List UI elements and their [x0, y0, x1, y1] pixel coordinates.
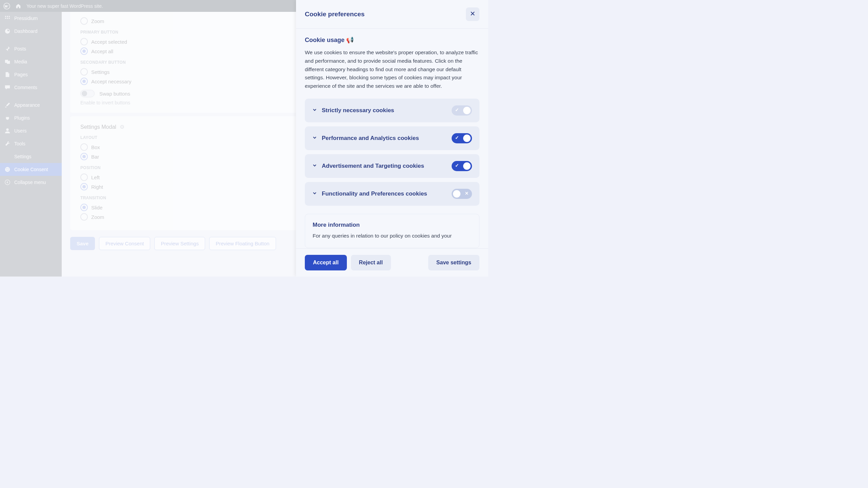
category-label: Advertisement and Targeting cookies: [322, 163, 452, 169]
close-button[interactable]: [466, 7, 479, 21]
category-toggle[interactable]: [452, 189, 472, 199]
save-settings-button[interactable]: Save settings: [428, 255, 479, 270]
chevron-down-icon: [312, 107, 317, 114]
cookie-panel-body: Cookie usage 📢 We use cookies to ensure …: [296, 29, 488, 248]
cookie-category-functionality[interactable]: Functionality and Preferences cookies: [305, 182, 479, 206]
chevron-down-icon: [312, 163, 317, 169]
category-label: Performance and Analytics cookies: [322, 135, 452, 142]
chevron-down-icon: [312, 135, 317, 141]
cookie-category-advertisement[interactable]: Advertisement and Targeting cookies: [305, 154, 479, 178]
more-info-text: For any queries in relation to our polic…: [313, 232, 472, 240]
cookie-usage-text: We use cookies to ensure the website's p…: [305, 48, 479, 90]
cookie-panel-footer: Accept all Reject all Save settings: [296, 248, 488, 277]
chevron-down-icon: [312, 191, 317, 197]
category-toggle-locked: [452, 105, 472, 116]
category-label: Strictly necessary cookies: [322, 107, 452, 114]
close-icon: [470, 11, 475, 18]
accept-all-button[interactable]: Accept all: [305, 255, 347, 270]
category-label: Functionality and Preferences cookies: [322, 190, 452, 197]
cookie-preferences-panel: Cookie preferences Cookie usage 📢 We use…: [296, 0, 488, 277]
more-information-box: More information For any queries in rela…: [305, 214, 479, 248]
category-toggle[interactable]: [452, 161, 472, 171]
cookie-panel-title: Cookie preferences: [305, 11, 364, 18]
more-info-title: More information: [313, 222, 472, 228]
cookie-category-performance[interactable]: Performance and Analytics cookies: [305, 126, 479, 150]
cookie-usage-title: Cookie usage 📢: [305, 36, 479, 44]
cookie-category-necessary[interactable]: Strictly necessary cookies: [305, 99, 479, 122]
cookie-panel-header: Cookie preferences: [296, 0, 488, 29]
reject-all-button[interactable]: Reject all: [351, 255, 391, 270]
category-toggle[interactable]: [452, 133, 472, 143]
